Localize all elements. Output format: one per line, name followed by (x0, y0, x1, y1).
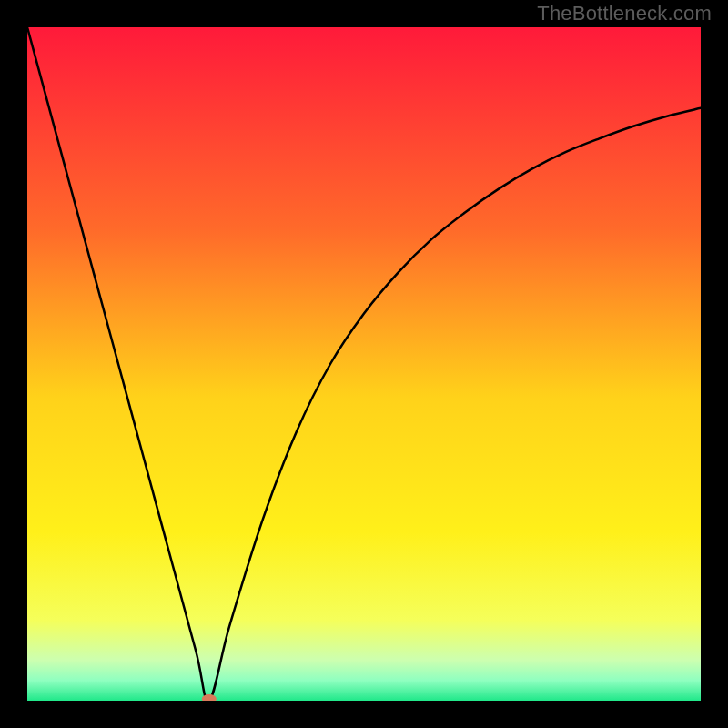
chart-outer-frame: TheBottleneck.com (0, 0, 728, 728)
plot-area (27, 27, 701, 701)
gradient-background (27, 27, 701, 701)
watermark-label: TheBottleneck.com (537, 2, 712, 25)
chart-svg (27, 27, 701, 701)
